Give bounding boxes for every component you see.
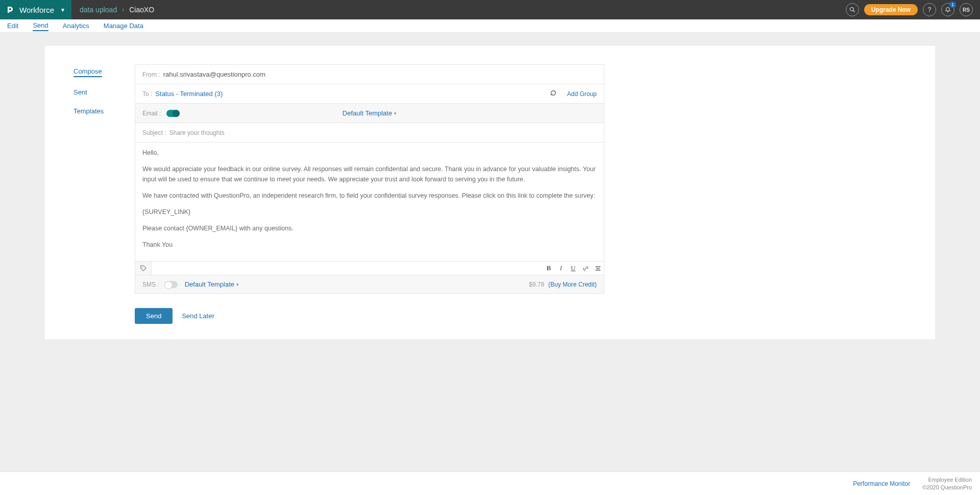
subnav-manage-data[interactable]: Manage Data bbox=[104, 21, 143, 31]
help-button[interactable]: ? bbox=[923, 3, 936, 16]
underline-button[interactable]: U bbox=[567, 262, 579, 275]
body-p6: Thank You bbox=[142, 240, 597, 250]
email-channel-row: Email : Default Template ▾ bbox=[135, 104, 604, 123]
link-icon bbox=[582, 265, 589, 272]
help-icon: ? bbox=[928, 6, 932, 13]
format-bar: B I U bbox=[135, 262, 604, 275]
link-button[interactable] bbox=[579, 262, 592, 275]
notifications-button[interactable]: 1 bbox=[941, 3, 954, 16]
tags-button[interactable] bbox=[135, 262, 152, 275]
tab-sent[interactable]: Sent bbox=[74, 88, 135, 96]
from-value[interactable]: rahul.srivastava@questionpro.com bbox=[163, 70, 265, 78]
to-refresh-button[interactable] bbox=[550, 89, 557, 98]
svg-point-0 bbox=[850, 8, 853, 11]
breadcrumb-parent[interactable]: data upload bbox=[80, 6, 117, 14]
from-row: From : rahul.srivastava@questionpro.com bbox=[135, 65, 604, 84]
sms-toggle[interactable] bbox=[164, 281, 178, 288]
to-label: To : bbox=[142, 90, 152, 98]
product-switcher[interactable]: Workforce ▼ bbox=[0, 0, 71, 19]
caret-down-icon: ▼ bbox=[60, 7, 65, 13]
sms-credit-amount: $9.78 bbox=[529, 281, 544, 288]
bell-icon bbox=[945, 7, 951, 13]
send-button[interactable]: Send bbox=[135, 308, 173, 324]
email-template-name: Default Template bbox=[342, 109, 392, 117]
subnav-send[interactable]: Send bbox=[33, 20, 48, 31]
subject-label: Subject : bbox=[142, 129, 166, 136]
body-p4: {SURVEY_LINK} bbox=[142, 207, 597, 217]
subnav-edit[interactable]: Edit bbox=[7, 21, 18, 31]
user-avatar[interactable]: RS bbox=[960, 3, 973, 16]
footer: Performance Monitor Employee Edition ©20… bbox=[0, 472, 980, 495]
caret-down-icon: ▾ bbox=[236, 282, 239, 287]
search-icon bbox=[849, 7, 855, 13]
tab-templates[interactable]: Templates bbox=[74, 107, 135, 115]
send-later-link[interactable]: Send Later bbox=[182, 312, 214, 320]
to-value[interactable]: Status - Terminated (3) bbox=[155, 90, 223, 98]
subject-value[interactable]: Share your thoughts bbox=[169, 129, 225, 136]
tab-compose[interactable]: Compose bbox=[74, 67, 102, 77]
main-panel: Compose Sent Templates From : rahul.sriv… bbox=[45, 46, 935, 339]
sms-label: SMS : bbox=[142, 281, 159, 288]
email-toggle[interactable] bbox=[166, 110, 180, 117]
body-p2: We would appreciate your feedback in our… bbox=[142, 164, 597, 184]
to-row: To : Status - Terminated (3) Add Group bbox=[135, 84, 604, 104]
notification-badge: 1 bbox=[949, 2, 956, 8]
add-group-link[interactable]: Add Group bbox=[567, 90, 597, 98]
chevron-right-icon: › bbox=[122, 6, 124, 13]
tag-icon bbox=[140, 265, 147, 272]
sub-nav: Edit Send Analytics Manage Data bbox=[0, 19, 980, 33]
product-name: Workforce bbox=[19, 6, 54, 14]
align-button[interactable] bbox=[592, 262, 604, 275]
breadcrumb-current: CiaoXO bbox=[129, 6, 154, 14]
sms-channel-row: SMS : Default Template ▾ $9.78 (Buy More… bbox=[135, 275, 604, 293]
email-label: Email : bbox=[142, 110, 161, 117]
search-button[interactable] bbox=[846, 3, 859, 16]
subject-row: Subject : Share your thoughts bbox=[135, 123, 604, 143]
footer-edition: Employee Edition bbox=[922, 476, 972, 483]
body-p3: We have contracted with QuestionPro, an … bbox=[142, 191, 597, 201]
compose-actions: Send Send Later bbox=[135, 308, 604, 324]
top-bar: Workforce ▼ data upload › CiaoXO Upgrade… bbox=[0, 0, 980, 19]
brand-logo-icon bbox=[5, 5, 14, 14]
email-body-editor[interactable]: Hello, We would appreciate your feedback… bbox=[135, 143, 604, 262]
footer-copyright: ©2020 QuestionPro bbox=[922, 484, 972, 491]
refresh-icon bbox=[550, 89, 557, 97]
bold-button[interactable]: B bbox=[543, 262, 555, 275]
top-actions: Upgrade Now ? 1 RS bbox=[846, 0, 980, 19]
performance-monitor-link[interactable]: Performance Monitor bbox=[853, 480, 910, 487]
svg-point-2 bbox=[141, 267, 142, 268]
italic-button[interactable]: I bbox=[555, 262, 567, 275]
svg-line-1 bbox=[853, 11, 854, 12]
subnav-analytics[interactable]: Analytics bbox=[63, 21, 89, 31]
email-template-select[interactable]: Default Template ▾ bbox=[342, 109, 397, 117]
align-icon bbox=[595, 265, 601, 272]
caret-down-icon: ▾ bbox=[394, 111, 397, 116]
upgrade-button[interactable]: Upgrade Now bbox=[864, 4, 918, 15]
body-p5: Please contact {OWNER_EMAIL} with any qu… bbox=[142, 223, 597, 233]
sms-template-select[interactable]: Default Template ▾ bbox=[185, 280, 239, 288]
breadcrumb: data upload › CiaoXO bbox=[71, 0, 162, 19]
compose-card: From : rahul.srivastava@questionpro.com … bbox=[135, 64, 604, 294]
from-label: From : bbox=[142, 71, 160, 78]
compose-nav: Compose Sent Templates bbox=[74, 64, 135, 126]
sms-template-name: Default Template bbox=[185, 280, 234, 288]
body-p1: Hello, bbox=[142, 148, 597, 158]
buy-credit-link[interactable]: (Buy More Credit) bbox=[548, 281, 597, 288]
